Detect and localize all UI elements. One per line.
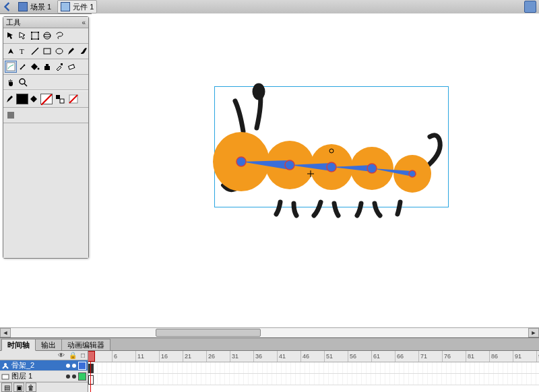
svg-line-18 [24, 84, 27, 86]
bottom-panel: 时间轴 输出 动画编辑器 👁 🔒 □ 骨架_2 图层 1 [0, 337, 539, 392]
selection-tool-icon[interactable] [5, 30, 17, 42]
layer-outline-swatch[interactable] [78, 362, 86, 370]
layer-footer: ▤ ▣ 🗑 [0, 382, 88, 392]
layer-outline-swatch[interactable] [78, 372, 86, 381]
edit-scene-icon[interactable] [524, 1, 536, 13]
swap-colors-icon[interactable] [54, 93, 66, 105]
frame-row-normal[interactable] [88, 374, 539, 385]
frame-ruler[interactable]: 1611162126313641465156616671768186919610… [88, 351, 539, 362]
svg-point-43 [409, 170, 416, 177]
panel-collapse-icon[interactable]: « [82, 19, 86, 26]
lock-column-icon[interactable]: 🔒 [69, 352, 77, 359]
3d-rotate-tool-icon[interactable] [41, 30, 53, 42]
ruler-tick: 46 [300, 351, 309, 362]
zoom-tool-icon[interactable] [17, 76, 29, 88]
back-icon[interactable] [3, 2, 12, 11]
playhead[interactable] [90, 351, 91, 392]
pencil-tool-icon[interactable] [65, 45, 77, 57]
svg-rect-45 [2, 374, 9, 379]
layer-visible-dot[interactable] [66, 374, 70, 379]
outline-column-icon[interactable]: □ [81, 352, 85, 359]
ruler-tick: 81 [466, 351, 474, 362]
lasso-tool-icon[interactable] [53, 30, 65, 42]
deco-tool-icon[interactable] [5, 61, 17, 73]
ruler-tick: 31 [230, 351, 239, 362]
svg-line-19 [41, 94, 52, 105]
layer-header: 👁 🔒 □ [0, 351, 88, 360]
breadcrumb-symbol[interactable]: 元件 1 [57, 0, 97, 13]
stage-horizontal-scrollbar[interactable]: ◄ ► [0, 327, 539, 338]
eraser-tool-icon[interactable] [65, 61, 77, 73]
hand-tool-icon[interactable] [5, 76, 17, 88]
eyedropper-tool-icon[interactable] [53, 61, 65, 73]
tool-options-row [3, 108, 88, 123]
ruler-tick: 21 [183, 351, 191, 362]
fill-swatch[interactable] [40, 94, 53, 104]
svg-point-41 [327, 162, 336, 172]
frame-row-armature[interactable] [88, 362, 539, 374]
caterpillar-artwork[interactable] [92, 13, 536, 256]
svg-rect-9 [44, 48, 51, 54]
frames-area[interactable]: 1611162126313641465156616671768186919610… [88, 351, 539, 392]
tools-panel-header[interactable]: 工具 « [3, 17, 88, 28]
timeline: 👁 🔒 □ 骨架_2 图层 1 ▤ [0, 351, 539, 392]
tab-timeline[interactable]: 时间轴 [1, 339, 36, 351]
bone-tool-icon[interactable] [17, 61, 29, 73]
stage[interactable] [92, 13, 539, 338]
svg-point-6 [44, 34, 51, 37]
eye-column-icon[interactable]: 👁 [58, 352, 65, 359]
breadcrumb-scene[interactable]: 场景 1 [15, 0, 55, 13]
line-tool-icon[interactable] [29, 45, 41, 57]
bottom-tabs: 时间轴 输出 动画编辑器 [0, 338, 539, 351]
tools-panel-empty [3, 123, 88, 258]
layer-lock-dot[interactable] [72, 374, 76, 379]
free-transform-tool-icon[interactable] [29, 30, 41, 42]
svg-text:T: T [20, 47, 24, 55]
ruler-tick: 61 [371, 351, 380, 362]
layer-list: 👁 🔒 □ 骨架_2 图层 1 ▤ [0, 351, 88, 392]
scroll-right-icon[interactable]: ► [528, 328, 539, 337]
layer-name: 骨架_2 [11, 360, 34, 370]
layer-row-normal[interactable]: 图层 1 [0, 371, 88, 382]
keyframe-icon[interactable] [88, 364, 94, 373]
ruler-tick: 96 [536, 351, 539, 362]
tab-output[interactable]: 输出 [35, 339, 62, 350]
ruler-tick: 76 [442, 351, 451, 362]
scroll-thumb[interactable] [156, 329, 261, 337]
svg-rect-24 [7, 112, 14, 119]
new-layer-button[interactable]: ▤ [1, 383, 12, 392]
object-drawing-icon[interactable] [5, 109, 17, 121]
new-folder-button[interactable]: ▣ [13, 383, 24, 392]
brush-tool-icon[interactable] [77, 45, 90, 57]
tab-motion-editor[interactable]: 动画编辑器 [61, 339, 110, 350]
scroll-left-icon[interactable]: ◄ [0, 328, 11, 337]
tool-row-4 [3, 75, 88, 90]
oval-tool-icon[interactable] [53, 45, 65, 57]
no-color-icon[interactable] [67, 93, 80, 105]
layer-row-armature[interactable]: 骨架_2 [0, 360, 88, 371]
text-tool-icon[interactable]: T [17, 45, 29, 57]
pen-tool-icon[interactable] [5, 45, 17, 57]
svg-point-39 [236, 157, 246, 166]
tool-gap [65, 30, 77, 42]
breadcrumb-label: 场景 1 [30, 2, 51, 12]
layer-visible-dot[interactable] [66, 364, 70, 368]
layer-lock-dot[interactable] [72, 364, 76, 368]
stroke-swatch[interactable] [16, 94, 28, 104]
normal-layer-icon [1, 372, 9, 381]
svg-rect-1 [31, 32, 32, 33]
ruler-tick: 41 [277, 351, 286, 362]
ruler-tick: 16 [159, 351, 168, 362]
scroll-track[interactable] [11, 329, 528, 337]
svg-rect-21 [60, 99, 64, 103]
svg-rect-20 [56, 95, 60, 99]
ink-bottle-tool-icon[interactable] [41, 61, 53, 73]
blank-keyframe-icon[interactable] [88, 375, 94, 385]
delete-layer-button[interactable]: 🗑 [26, 383, 36, 392]
ruler-tick: 26 [206, 351, 215, 362]
svg-rect-14 [46, 64, 49, 66]
rectangle-tool-icon[interactable] [41, 45, 53, 57]
paint-bucket-tool-icon[interactable] [29, 61, 41, 73]
subselection-tool-icon[interactable] [17, 30, 29, 42]
ruler-tick: 6 [112, 351, 117, 362]
